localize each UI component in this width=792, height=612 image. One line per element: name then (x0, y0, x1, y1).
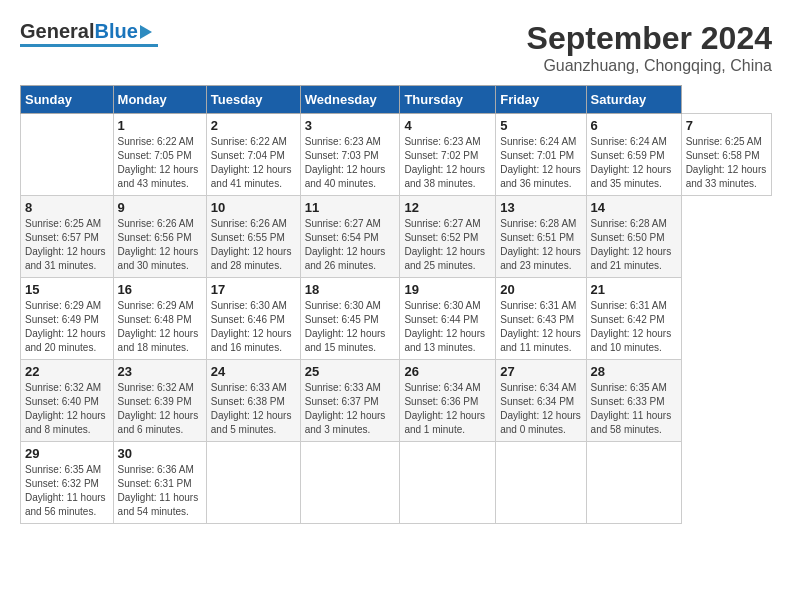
day-number: 5 (500, 118, 581, 133)
col-monday: Monday (113, 86, 206, 114)
day-number: 22 (25, 364, 109, 379)
calendar-week-row: 29Sunrise: 6:35 AMSunset: 6:32 PMDayligh… (21, 442, 772, 524)
col-friday: Friday (496, 86, 586, 114)
table-row: 22Sunrise: 6:32 AMSunset: 6:40 PMDayligh… (21, 360, 114, 442)
page-header: GeneralBlue September 2024 Guanzhuang, C… (20, 20, 772, 75)
day-number: 11 (305, 200, 396, 215)
table-row: 25Sunrise: 6:33 AMSunset: 6:37 PMDayligh… (300, 360, 400, 442)
day-number: 15 (25, 282, 109, 297)
logo-text-block: GeneralBlue (20, 20, 158, 47)
col-wednesday: Wednesday (300, 86, 400, 114)
table-row: 19Sunrise: 6:30 AMSunset: 6:44 PMDayligh… (400, 278, 496, 360)
day-info: Sunrise: 6:27 AMSunset: 6:54 PMDaylight:… (305, 217, 396, 273)
day-info: Sunrise: 6:34 AMSunset: 6:36 PMDaylight:… (404, 381, 491, 437)
day-number: 27 (500, 364, 581, 379)
day-number: 7 (686, 118, 767, 133)
calendar-title: September 2024 (527, 20, 772, 57)
logo: GeneralBlue (20, 20, 158, 47)
day-number: 28 (591, 364, 677, 379)
day-number: 8 (25, 200, 109, 215)
day-number: 13 (500, 200, 581, 215)
title-area: September 2024 Guanzhuang, Chongqing, Ch… (527, 20, 772, 75)
day-number: 21 (591, 282, 677, 297)
table-row: 28Sunrise: 6:35 AMSunset: 6:33 PMDayligh… (586, 360, 681, 442)
day-info: Sunrise: 6:29 AMSunset: 6:48 PMDaylight:… (118, 299, 202, 355)
table-row: 7Sunrise: 6:25 AMSunset: 6:58 PMDaylight… (681, 114, 771, 196)
col-thursday: Thursday (400, 86, 496, 114)
table-row (496, 442, 586, 524)
table-row: 1Sunrise: 6:22 AMSunset: 7:05 PMDaylight… (113, 114, 206, 196)
table-row (21, 114, 114, 196)
table-row: 5Sunrise: 6:24 AMSunset: 7:01 PMDaylight… (496, 114, 586, 196)
day-info: Sunrise: 6:31 AMSunset: 6:42 PMDaylight:… (591, 299, 677, 355)
logo-arrow-icon (140, 23, 158, 41)
day-info: Sunrise: 6:28 AMSunset: 6:50 PMDaylight:… (591, 217, 677, 273)
day-number: 2 (211, 118, 296, 133)
day-info: Sunrise: 6:32 AMSunset: 6:39 PMDaylight:… (118, 381, 202, 437)
day-info: Sunrise: 6:23 AMSunset: 7:03 PMDaylight:… (305, 135, 396, 191)
day-info: Sunrise: 6:25 AMSunset: 6:57 PMDaylight:… (25, 217, 109, 273)
day-info: Sunrise: 6:33 AMSunset: 6:38 PMDaylight:… (211, 381, 296, 437)
day-info: Sunrise: 6:30 AMSunset: 6:45 PMDaylight:… (305, 299, 396, 355)
day-info: Sunrise: 6:24 AMSunset: 6:59 PMDaylight:… (591, 135, 677, 191)
day-info: Sunrise: 6:23 AMSunset: 7:02 PMDaylight:… (404, 135, 491, 191)
table-row (300, 442, 400, 524)
day-number: 24 (211, 364, 296, 379)
day-number: 12 (404, 200, 491, 215)
day-number: 18 (305, 282, 396, 297)
table-row (400, 442, 496, 524)
day-number: 6 (591, 118, 677, 133)
table-row: 29Sunrise: 6:35 AMSunset: 6:32 PMDayligh… (21, 442, 114, 524)
day-number: 20 (500, 282, 581, 297)
day-info: Sunrise: 6:30 AMSunset: 6:44 PMDaylight:… (404, 299, 491, 355)
day-number: 1 (118, 118, 202, 133)
table-row: 26Sunrise: 6:34 AMSunset: 6:36 PMDayligh… (400, 360, 496, 442)
col-tuesday: Tuesday (206, 86, 300, 114)
day-info: Sunrise: 6:35 AMSunset: 6:33 PMDaylight:… (591, 381, 677, 437)
table-row: 27Sunrise: 6:34 AMSunset: 6:34 PMDayligh… (496, 360, 586, 442)
table-row: 14Sunrise: 6:28 AMSunset: 6:50 PMDayligh… (586, 196, 681, 278)
calendar-week-row: 1Sunrise: 6:22 AMSunset: 7:05 PMDaylight… (21, 114, 772, 196)
day-info: Sunrise: 6:24 AMSunset: 7:01 PMDaylight:… (500, 135, 581, 191)
table-row: 18Sunrise: 6:30 AMSunset: 6:45 PMDayligh… (300, 278, 400, 360)
day-number: 30 (118, 446, 202, 461)
day-info: Sunrise: 6:32 AMSunset: 6:40 PMDaylight:… (25, 381, 109, 437)
day-number: 19 (404, 282, 491, 297)
day-info: Sunrise: 6:29 AMSunset: 6:49 PMDaylight:… (25, 299, 109, 355)
table-row: 11Sunrise: 6:27 AMSunset: 6:54 PMDayligh… (300, 196, 400, 278)
calendar-week-row: 15Sunrise: 6:29 AMSunset: 6:49 PMDayligh… (21, 278, 772, 360)
day-info: Sunrise: 6:26 AMSunset: 6:56 PMDaylight:… (118, 217, 202, 273)
day-info: Sunrise: 6:36 AMSunset: 6:31 PMDaylight:… (118, 463, 202, 519)
calendar-week-row: 22Sunrise: 6:32 AMSunset: 6:40 PMDayligh… (21, 360, 772, 442)
day-info: Sunrise: 6:34 AMSunset: 6:34 PMDaylight:… (500, 381, 581, 437)
table-row: 10Sunrise: 6:26 AMSunset: 6:55 PMDayligh… (206, 196, 300, 278)
day-info: Sunrise: 6:25 AMSunset: 6:58 PMDaylight:… (686, 135, 767, 191)
table-row: 30Sunrise: 6:36 AMSunset: 6:31 PMDayligh… (113, 442, 206, 524)
table-row: 9Sunrise: 6:26 AMSunset: 6:56 PMDaylight… (113, 196, 206, 278)
table-row: 12Sunrise: 6:27 AMSunset: 6:52 PMDayligh… (400, 196, 496, 278)
table-row: 2Sunrise: 6:22 AMSunset: 7:04 PMDaylight… (206, 114, 300, 196)
table-row (206, 442, 300, 524)
table-row: 21Sunrise: 6:31 AMSunset: 6:42 PMDayligh… (586, 278, 681, 360)
day-number: 16 (118, 282, 202, 297)
calendar-subtitle: Guanzhuang, Chongqing, China (527, 57, 772, 75)
day-number: 17 (211, 282, 296, 297)
calendar-table: Sunday Monday Tuesday Wednesday Thursday… (20, 85, 772, 524)
table-row: 24Sunrise: 6:33 AMSunset: 6:38 PMDayligh… (206, 360, 300, 442)
calendar-week-row: 8Sunrise: 6:25 AMSunset: 6:57 PMDaylight… (21, 196, 772, 278)
table-row: 6Sunrise: 6:24 AMSunset: 6:59 PMDaylight… (586, 114, 681, 196)
table-row: 23Sunrise: 6:32 AMSunset: 6:39 PMDayligh… (113, 360, 206, 442)
day-info: Sunrise: 6:22 AMSunset: 7:04 PMDaylight:… (211, 135, 296, 191)
day-info: Sunrise: 6:28 AMSunset: 6:51 PMDaylight:… (500, 217, 581, 273)
table-row: 4Sunrise: 6:23 AMSunset: 7:02 PMDaylight… (400, 114, 496, 196)
day-info: Sunrise: 6:31 AMSunset: 6:43 PMDaylight:… (500, 299, 581, 355)
day-info: Sunrise: 6:26 AMSunset: 6:55 PMDaylight:… (211, 217, 296, 273)
col-sunday: Sunday (21, 86, 114, 114)
day-info: Sunrise: 6:30 AMSunset: 6:46 PMDaylight:… (211, 299, 296, 355)
day-number: 4 (404, 118, 491, 133)
day-info: Sunrise: 6:22 AMSunset: 7:05 PMDaylight:… (118, 135, 202, 191)
day-info: Sunrise: 6:27 AMSunset: 6:52 PMDaylight:… (404, 217, 491, 273)
day-number: 3 (305, 118, 396, 133)
table-row (586, 442, 681, 524)
day-number: 10 (211, 200, 296, 215)
